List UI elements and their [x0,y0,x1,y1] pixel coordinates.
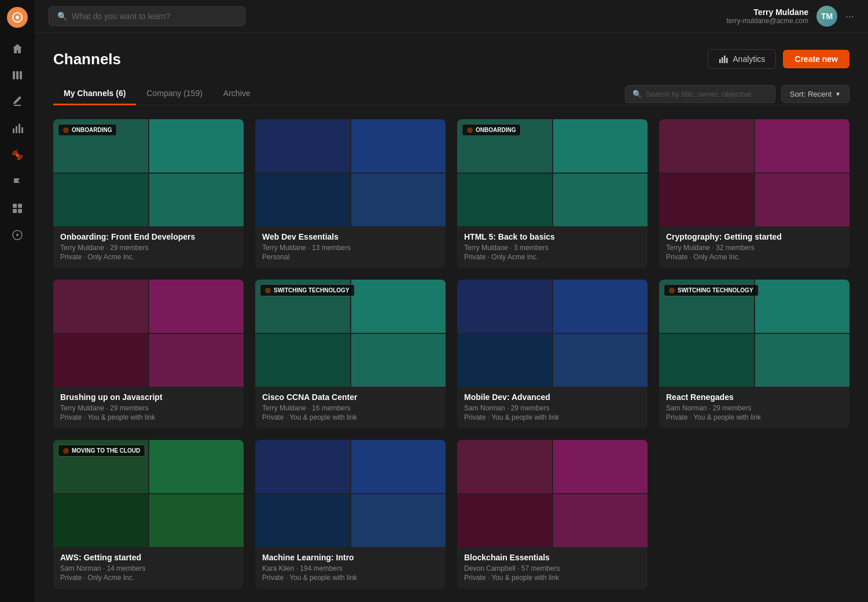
sidebar-item-discover[interactable] [6,223,29,247]
channel-title: Blockchain Essentials [464,553,641,562]
card-info: Brushing up on Javascript Terry Muldane … [53,387,244,428]
svg-rect-6 [16,126,17,133]
channel-card[interactable]: ◎ MOVING TO THE CLOUD AWS: Getting start… [53,440,244,589]
thumb-cell-bl [255,334,350,387]
channel-card[interactable]: Blockchain Essentials Devon Campbell · 5… [457,440,648,589]
channel-card[interactable]: ◎ ONBOARDING HTML 5: Back to basics Terr… [457,119,648,268]
analytics-button[interactable]: Analytics [708,49,776,69]
svg-rect-17 [722,57,723,63]
svg-rect-12 [13,209,17,213]
avatar[interactable]: TM [816,6,837,27]
channel-card[interactable]: Mobile Dev: Advanced Sam Norman · 29 mem… [457,280,648,428]
thumb-cell-bl [53,174,148,227]
thumb-cell-tr [553,280,648,333]
card-info: Mobile Dev: Advanced Sam Norman · 29 mem… [457,387,648,428]
channel-card[interactable]: ◎ SWITCHING TECHNOLOGY React Renegades S… [659,280,849,428]
page-title: Channels [53,50,121,68]
svg-rect-13 [18,209,22,213]
svg-rect-11 [18,204,22,208]
channel-privacy: Private · You & people with link [262,413,439,421]
sidebar-item-flag[interactable] [6,170,29,193]
thumb-cell-br [149,494,244,548]
svg-rect-2 [13,71,15,79]
thumb-cell-tl [53,280,148,333]
svg-rect-8 [21,127,23,133]
channel-privacy: Private · You & people with link [464,574,641,582]
svg-point-15 [16,234,19,236]
channel-privacy: Personal [262,253,439,261]
sidebar [0,0,35,602]
sidebar-item-home[interactable] [6,37,29,60]
tab-my-channels[interactable]: My Channels (6) [53,83,136,105]
svg-point-9 [16,153,19,157]
thumb-cell-tr [351,119,446,172]
sidebar-item-courses[interactable] [6,197,29,220]
filter-search-box[interactable]: 🔍 [625,85,775,103]
thumb-cell-br [553,174,648,227]
channel-card[interactable]: ◎ SWITCHING TECHNOLOGY Cisco CCNA Data C… [255,280,446,428]
tab-company[interactable]: Company (159) [136,83,213,105]
channel-meta: Terry Muldane · 29 members [60,404,237,412]
channel-meta: Terry Muldane · 16 members [262,404,439,412]
thumb-cell-br [755,334,850,387]
search-input[interactable] [72,12,237,21]
badge-icon: ◎ [467,126,473,134]
sort-button[interactable]: Sort: Recent ▼ [781,85,849,103]
thumb-cell-tr [755,280,850,333]
badge-label: SWITCHING TECHNOLOGY [678,287,753,293]
analytics-icon [719,54,728,64]
tabs-right: 🔍 Sort: Recent ▼ [625,85,849,103]
chevron-down-icon: ▼ [835,91,841,97]
badge-label: SWITCHING TECHNOLOGY [274,287,350,293]
thumb-cell-bl [659,334,754,387]
channel-badge: ◎ ONBOARDING [58,124,117,136]
sidebar-item-library[interactable] [6,64,29,87]
channel-card[interactable]: Machine Learning: Intro Kara Klien · 194… [255,440,446,589]
channel-card[interactable]: Cryptography: Getting started Terry Muld… [659,119,849,268]
thumb-cell-bl [255,174,350,227]
tab-archive[interactable]: Archive [213,83,261,105]
thumb-cell-br [351,494,446,548]
badge-icon: ◎ [669,287,675,294]
channel-thumbnail [255,440,446,547]
sidebar-item-channels[interactable] [6,144,29,167]
channel-meta: Sam Norman · 29 members [666,404,843,412]
topbar: 🔍 Terry Muldane terry-muldane@acme.com T… [35,0,868,33]
channel-card[interactable]: ◎ ONBOARDING Onboarding: Front End Devel… [53,119,244,268]
channel-card[interactable]: Brushing up on Javascript Terry Muldane … [53,280,244,428]
global-search-box[interactable]: 🔍 [49,6,245,26]
filter-search-icon: 🔍 [632,90,642,98]
svg-point-1 [16,16,19,19]
channel-thumbnail [457,280,648,387]
channel-meta: Terry Muldane · 3 members [464,244,641,252]
channel-thumbnail: ◎ SWITCHING TECHNOLOGY [255,280,446,387]
user-name: Terry Muldane [726,8,808,17]
channel-badge: ◎ ONBOARDING [462,124,521,136]
thumb-cell-tr [755,119,850,172]
filter-search-input[interactable] [646,90,768,98]
channel-title: HTML 5: Back to basics [464,232,641,241]
user-area: Terry Muldane terry-muldane@acme.com TM … [726,6,854,27]
thumb-cell-br [755,174,850,227]
channel-thumbnail: ◎ ONBOARDING [457,119,648,226]
thumb-cell-tr [149,119,244,172]
channel-thumbnail [255,119,446,226]
thumb-cell-br [149,334,244,387]
card-info: Onboarding: Front End Developers Terry M… [53,226,244,268]
channel-privacy: Private · Only Acme Inc. [60,253,237,261]
channel-card[interactable]: Web Dev Essentials Terry Muldane · 13 me… [255,119,446,268]
card-info: Blockchain Essentials Devon Campbell · 5… [457,547,648,589]
sidebar-item-analytics[interactable] [6,117,29,140]
channel-thumbnail [457,440,648,547]
app-logo[interactable] [7,7,28,28]
svg-rect-3 [16,71,19,79]
channel-meta: Terry Muldane · 32 members [666,244,843,252]
create-new-button[interactable]: Create new [783,50,849,68]
thumb-cell-tl [659,119,754,172]
badge-label: ONBOARDING [72,127,112,133]
channel-meta: Sam Norman · 14 members [60,564,237,572]
thumb-cell-bl [255,494,350,548]
more-options-button[interactable]: ··· [845,10,854,23]
sidebar-item-create[interactable] [6,90,29,113]
channel-title: Onboarding: Front End Developers [60,232,237,241]
